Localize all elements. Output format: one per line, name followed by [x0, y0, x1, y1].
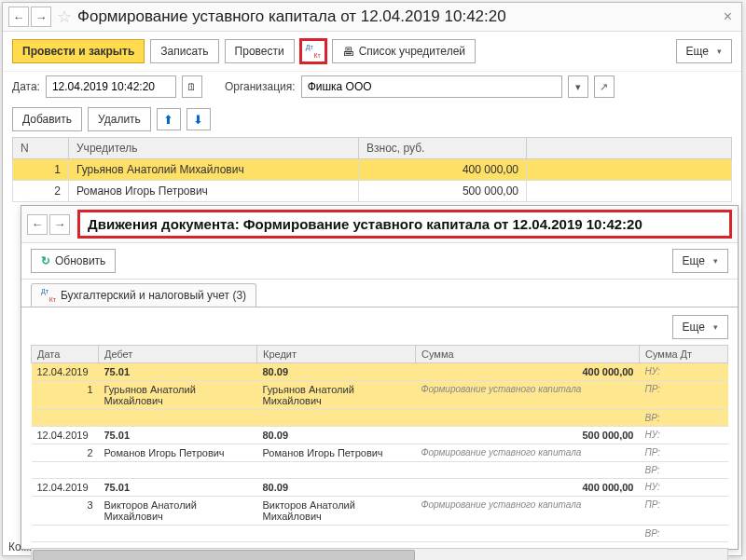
printer-icon — [342, 45, 354, 59]
cell-sum: 500 000,00 — [490, 427, 640, 444]
cell-line-n: 2 — [32, 444, 99, 462]
dtkt-icon — [41, 288, 56, 303]
cell-pr: ПР: — [640, 381, 667, 410]
table-row[interactable]: 2Романов Игорь Петрович500 000,00 — [13, 181, 732, 202]
cell-sum: 400 000,00 — [490, 479, 640, 497]
col-sum[interactable]: Сумма — [416, 346, 640, 363]
cell-pr: ПР: — [640, 444, 667, 462]
dt-kt-button[interactable] — [300, 39, 326, 63]
movement-row-sub2: ВР: — [32, 462, 728, 479]
cell-date: 12.04.2019 — [32, 363, 99, 381]
cell-debit-acc: 75.01 — [99, 479, 257, 497]
cell-nu: НУ: — [640, 427, 667, 444]
save-button[interactable]: Записать — [150, 39, 218, 63]
cell-amount: 400 000,00 — [359, 159, 527, 181]
col-date[interactable]: Дата — [32, 346, 99, 363]
open-ref-icon[interactable]: ↗ — [594, 75, 615, 98]
form-row: Дата: 🗓 Организация: ▾ ↗ — [3, 72, 741, 102]
col-n[interactable]: N — [13, 138, 69, 159]
cell-credit-acc: 80.09 — [257, 479, 416, 497]
cell-pr: ПР: — [640, 497, 667, 526]
col-founder[interactable]: Учредитель — [69, 138, 359, 159]
favorite-star-icon[interactable]: ☆ — [57, 7, 72, 27]
movement-row[interactable]: 12.04.201975.0180.09500 000,00НУ: — [32, 427, 728, 444]
date-label: Дата: — [12, 80, 40, 93]
cell-line-n: 3 — [32, 497, 99, 526]
date-field[interactable] — [46, 75, 176, 98]
cell-credit-sub: Романов Игорь Петрович — [257, 444, 416, 462]
cell-amount: 500 000,00 — [359, 181, 527, 202]
movements-content: Еще ▾ Дата Дебет Кредит Сумма Сумма Дт 1… — [21, 307, 738, 560]
chevron-down-icon: ▾ — [713, 256, 718, 266]
cell-credit-sub: Викторов Анатолий Михайлович — [257, 497, 416, 526]
cell-line-n: 1 — [32, 381, 99, 410]
movement-row[interactable]: 12.04.201975.0180.09400 000,00НУ: — [32, 363, 728, 381]
calendar-icon[interactable]: 🗓 — [182, 75, 202, 98]
movements-header-row: Дата Дебет Кредит Сумма Сумма Дт — [32, 346, 728, 363]
col-credit[interactable]: Кредит — [257, 346, 416, 363]
cell-debit-acc: 75.01 — [99, 427, 257, 444]
cell-empty — [527, 181, 732, 202]
movement-row-sub2: ВР: — [32, 526, 728, 542]
move-down-button[interactable]: ⬇ — [186, 108, 211, 130]
cell-date: 12.04.2019 — [32, 479, 99, 497]
movements-titlebar: ← → Движения документа: Формирование уст… — [21, 206, 738, 243]
refresh-button[interactable]: Обновить — [31, 249, 116, 273]
col-empty — [527, 138, 732, 159]
dtkt-icon — [306, 44, 321, 59]
close-icon[interactable]: × — [720, 8, 736, 25]
nav-forward-button[interactable]: → — [31, 7, 51, 27]
main-toolbar: Провести и закрыть Записать Провести Спи… — [3, 32, 741, 72]
horizontal-scrollbar[interactable] — [31, 548, 728, 560]
nav-back-button[interactable]: ← — [8, 7, 29, 27]
post-and-close-button[interactable]: Провести и закрыть — [12, 39, 145, 63]
movement-row-sub2: ВР: — [32, 410, 728, 427]
cell-date: 12.04.2019 — [32, 427, 99, 444]
org-label: Организация: — [225, 80, 296, 93]
founders-table: N Учредитель Взнос, руб. 1Гурьянов Анато… — [12, 137, 732, 202]
sub-nav-forward-button[interactable]: → — [49, 214, 70, 235]
dropdown-icon[interactable]: ▾ — [568, 75, 588, 98]
col-amount[interactable]: Взнос, руб. — [359, 138, 527, 159]
cell-debit-sub: Викторов Анатолий Михайлович — [99, 497, 257, 526]
chevron-down-icon: ▾ — [713, 322, 718, 332]
grid-toolbar: Добавить Удалить ⬆ ⬇ — [3, 102, 741, 137]
cell-nu: НУ: — [640, 479, 667, 497]
cell-vr: ВР: — [640, 410, 667, 427]
founders-list-button[interactable]: Список учредителей — [332, 39, 476, 63]
sub-nav-back-button[interactable]: ← — [27, 214, 48, 235]
cell-founder: Романов Игорь Петрович — [69, 181, 359, 202]
cell-debit-sub: Гурьянов Анатолий Михайлович — [99, 381, 257, 410]
post-button[interactable]: Провести — [225, 39, 295, 63]
cell-debit-sub: Романов Игорь Петрович — [99, 444, 257, 462]
movements-more-button[interactable]: Еще ▾ — [672, 249, 728, 273]
scrollbar-thumb[interactable] — [33, 550, 415, 560]
table-row[interactable]: 1Гурьянов Анатолий Михайлович400 000,00 — [13, 159, 732, 181]
cell-empty — [527, 159, 732, 181]
cell-vr: ВР: — [640, 462, 667, 479]
cell-debit-acc: 75.01 — [99, 363, 257, 381]
tab-accounting[interactable]: Бухгалтерский и налоговый учет (3) — [31, 283, 256, 307]
move-up-button[interactable]: ⬆ — [157, 108, 181, 130]
cell-n: 2 — [13, 181, 69, 202]
add-row-button[interactable]: Добавить — [12, 107, 82, 131]
cell-founder: Гурьянов Анатолий Михайлович — [69, 159, 359, 181]
movements-window: ← → Движения документа: Формирование уст… — [21, 205, 739, 550]
movements-inner-more-button[interactable]: Еще ▾ — [672, 315, 728, 339]
more-button[interactable]: Еще ▾ — [676, 39, 732, 63]
cell-desc: Формирование уставного капитала — [416, 381, 640, 410]
movement-row-sub: 2Романов Игорь ПетровичРоманов Игорь Пет… — [32, 444, 728, 462]
movements-title: Движения документа: Формирование уставно… — [77, 210, 732, 239]
col-debit[interactable]: Дебет — [99, 346, 257, 363]
col-sum-dt[interactable]: Сумма Дт — [640, 346, 728, 363]
organization-field[interactable] — [301, 75, 562, 98]
cell-desc: Формирование уставного капитала — [416, 497, 640, 526]
movement-row[interactable]: 12.04.201975.0180.09400 000,00НУ: — [32, 479, 728, 497]
cell-sum: 400 000,00 — [490, 363, 640, 381]
cell-desc: Формирование уставного капитала — [416, 444, 640, 462]
cell-credit-acc: 80.09 — [257, 363, 416, 381]
delete-row-button[interactable]: Удалить — [88, 107, 151, 131]
movements-tabbar: Бухгалтерский и налоговый учет (3) — [21, 283, 738, 307]
cell-vr: ВР: — [640, 526, 667, 542]
table-header-row: N Учредитель Взнос, руб. — [13, 138, 732, 159]
